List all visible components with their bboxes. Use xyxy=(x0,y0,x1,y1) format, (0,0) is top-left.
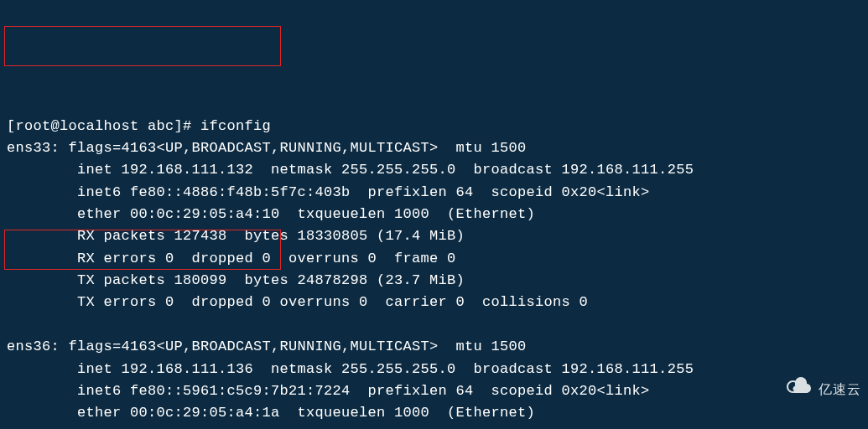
iface-inet-1: inet 192.168.111.136 netmask 255.255.255… xyxy=(77,361,694,377)
shell-prompt: [root@localhost abc]# xyxy=(7,118,200,134)
iface-ether-1: ether 00:0c:29:05:a4:1a txqueuelen 1000 … xyxy=(77,405,535,421)
iface-name-0: ens33 xyxy=(7,140,51,156)
iface-txerrors-0: TX errors 0 dropped 0 overruns 0 carrier… xyxy=(77,294,588,310)
watermark-text: 亿速云 xyxy=(819,380,861,401)
iface-name-1: ens36 xyxy=(7,339,51,354)
iface-inet-0: inet 192.168.111.132 netmask 255.255.255… xyxy=(77,162,694,178)
iface-inet6-0: inet6 fe80::4886:f48b:5f7c:403b prefixle… xyxy=(77,184,650,200)
iface-rxerrors-0: RX errors 0 dropped 0 overruns 0 frame 0 xyxy=(77,251,456,266)
iface-txpackets-0: TX packets 180099 bytes 24878298 (23.7 M… xyxy=(77,272,465,288)
highlight-box-ens33 xyxy=(4,26,281,66)
iface-rxpackets-0: RX packets 127438 bytes 18330805 (17.4 M… xyxy=(77,228,465,244)
iface-flags-1: flags=4163<UP,BROADCAST,RUNNING,MULTICAS… xyxy=(69,339,527,354)
command-typed: ifconfig xyxy=(200,118,271,134)
iface-inet6-1: inet6 fe80::5961:c5c9:7b21:7224 prefixle… xyxy=(77,383,650,399)
iface-ether-0: ether 00:0c:29:05:a4:10 txqueuelen 1000 … xyxy=(77,206,535,222)
watermark: 亿速云 xyxy=(751,355,861,424)
cloud-icon xyxy=(751,355,813,424)
iface-flags-0: flags=4163<UP,BROADCAST,RUNNING,MULTICAS… xyxy=(69,140,527,156)
terminal-output: [root@localhost abc]# ifconfig ens33: fl… xyxy=(7,93,861,429)
